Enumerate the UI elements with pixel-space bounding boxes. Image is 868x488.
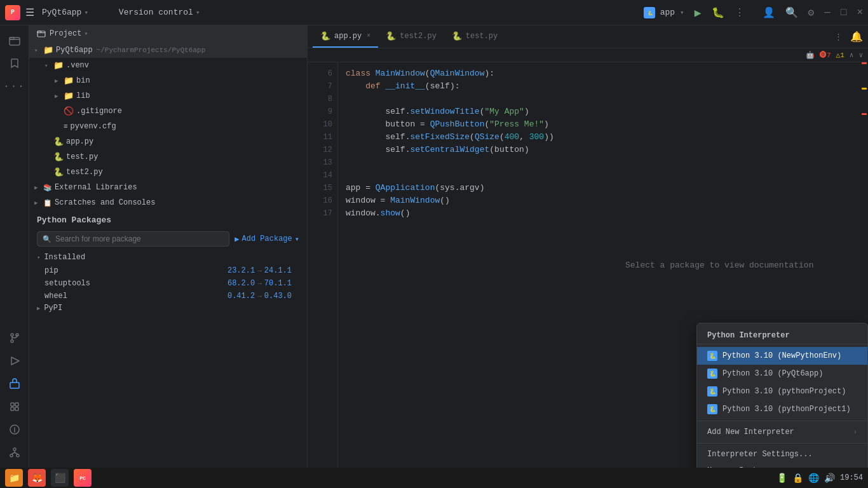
taskbar-folder-button[interactable]: 📁 [5, 469, 23, 487]
pkg-item-pip[interactable]: pip 23.2.1 → 24.1.1 [29, 264, 307, 277]
tree-arrow-venv: ▾ [44, 62, 51, 69]
project-panel: Project ▾ ▾ 📁 PyQt6app ~/PycharmProjects… [29, 25, 307, 210]
warning-count[interactable]: △1 [836, 51, 844, 59]
taskbar-icon-1: 🔋 [776, 473, 787, 484]
tree-item-apppy[interactable]: 🐍 app.py [29, 134, 307, 149]
tree-arrow-pyvenv [55, 123, 61, 130]
tree-item-name-scratches: Scratches and Consoles [55, 198, 155, 207]
taskbar-terminal-button[interactable]: ⬛ [51, 469, 69, 487]
package-search-input[interactable] [55, 234, 224, 243]
vcs-label[interactable]: Version control [119, 8, 193, 17]
code-line-12: self.setCentralWidget(button) [346, 144, 853, 156]
strip-icon-run[interactable] [4, 351, 25, 371]
tree-item-venv[interactable]: ▾ 📁 .venv [29, 58, 307, 73]
maximize-button[interactable]: □ [841, 7, 847, 18]
interpreter-label-pythonproject1: Python 3.10 (pythonProject1) [722, 405, 851, 414]
code-line-14 [346, 169, 853, 182]
tree-item-scratches[interactable]: ▶ 📋 Scratches and Consoles [29, 195, 307, 210]
tab-more-button[interactable]: ⋮ [834, 32, 843, 42]
debug-button[interactable]: 🐛 [712, 6, 724, 19]
tree-item-pyvenv[interactable]: ≡ pyvenv.cfg [29, 119, 307, 134]
strip-icon-info[interactable] [4, 419, 25, 440]
more-actions-button[interactable]: ⋮ [735, 6, 745, 19]
strip-icon-packages[interactable] [4, 374, 25, 394]
interpreter-option-newpythonenv[interactable]: 🐍 Python 3.10 (NewPythonEnv) [697, 347, 867, 365]
tree-item-gitignore[interactable]: 🚫 .gitignore [29, 104, 307, 119]
pkg-item-wheel[interactable]: wheel 0.41.2 → 0.43.0 [29, 290, 307, 302]
pkg-item-setuptools[interactable]: setuptools 68.2.0 → 70.1.1 [29, 277, 307, 290]
notification-bell[interactable]: 🔔 [850, 30, 863, 43]
folder-icon-bin: 📁 [64, 76, 74, 86]
manage-packages-button[interactable]: Manage Packages... [697, 463, 867, 468]
tab-testpy[interactable]: 🐍 test.py [444, 25, 505, 48]
error-count[interactable]: ⓿7 [820, 51, 831, 59]
pkg-version-wheel-from: 0.41.2 [227, 292, 255, 301]
add-new-interpreter-label: Add New Interpreter [707, 428, 794, 437]
package-list: pip 23.2.1 → 24.1.1 setuptools 68.2.0 → … [29, 264, 307, 468]
folder-icon-taskbar: 📁 [9, 473, 20, 484]
gutter-error-mark [862, 62, 867, 64]
tree-item-bin[interactable]: ▶ 📁 bin [29, 73, 307, 88]
pkg-arrow-wheel: → [257, 292, 262, 300]
strip-icon-plugins[interactable] [4, 396, 25, 417]
tab-close-apppy[interactable]: × [367, 32, 370, 39]
project-panel-header[interactable]: Project ▾ [29, 25, 307, 43]
taskbar-firefox-button[interactable]: 🦊 [28, 469, 46, 487]
strip-icon-bookmarks[interactable] [4, 53, 25, 74]
project-arrow: ▾ [84, 8, 88, 17]
run-button[interactable]: ▶ [695, 6, 702, 20]
pypi-item[interactable]: ▶ PyPI [29, 302, 307, 314]
tree-arrow-bin: ▶ [55, 78, 61, 85]
code-editor[interactable]: 6 7 8 9 10 11 12 13 14 15 16 17 class Ma… [308, 62, 868, 468]
taskbar-pycharm-button[interactable]: PC [74, 469, 92, 487]
tab-icon-apppy: 🐍 [320, 31, 330, 41]
taskbar-icon-3: 🌐 [808, 473, 819, 484]
package-search-box[interactable]: 🔍 [37, 231, 229, 247]
tab-test2py[interactable]: 🐍 test2.py [378, 25, 444, 48]
strip-icon-more[interactable]: ··· [4, 76, 25, 97]
interpreter-option-pythonproject1[interactable]: 🐍 Python 3.10 (pythonProject1) [697, 400, 867, 418]
file-icon-test2py: 🐍 [53, 167, 64, 177]
tab-label-testpy: test.py [466, 32, 498, 41]
interpreter-option-pyqt6app[interactable]: 🐍 Python 3.10 (PyQt6app) [697, 365, 867, 383]
installed-header[interactable]: ▾ Installed [29, 250, 307, 264]
run-config: 🐍 app ▾ [644, 7, 684, 18]
code-line-11: self.setFixedSize(QSize(400, 300)) [346, 131, 853, 144]
expand-btn[interactable]: ∧ [850, 51, 854, 59]
sidebar: Project ▾ ▾ 📁 PyQt6app ~/PycharmProjects… [29, 25, 308, 468]
tree-item-name-pyvenv: pyvenv.cfg [71, 122, 116, 131]
close-button[interactable]: × [857, 7, 863, 18]
gutter-warn-mark [862, 88, 867, 90]
window-controls: — □ × [824, 7, 863, 18]
file-icon-pyvenv: ≡ [64, 123, 68, 130]
interpreter-settings-button[interactable]: Interpreter Settings... [697, 446, 867, 463]
user-button[interactable]: 👤 [763, 6, 775, 19]
strip-icon-folder[interactable] [4, 30, 25, 51]
tree-item-test2py[interactable]: 🐍 test2.py [29, 165, 307, 180]
file-icon-apppy: 🐍 [53, 137, 64, 147]
strip-icon-vcs[interactable] [4, 442, 25, 463]
main-area: ··· Project ▾ [0, 25, 868, 468]
pkg-version-wheel-to: 0.43.0 [264, 292, 292, 301]
settings-button[interactable]: ⚙ [808, 6, 815, 19]
tab-apppy[interactable]: 🐍 app.py × [313, 25, 378, 48]
tree-item-name-root: PyQt6app [56, 46, 93, 55]
add-package-label: Add Package [242, 234, 292, 243]
pkg-name-pip: pip [44, 266, 227, 275]
search-button[interactable]: 🔍 [785, 6, 798, 19]
tree-item-lib[interactable]: ▶ 📁 lib [29, 88, 307, 104]
tab-label-apppy: app.py [334, 32, 362, 41]
hamburger-menu[interactable]: ☰ [25, 6, 34, 19]
add-new-interpreter-button[interactable]: Add New Interpreter › [697, 424, 867, 440]
collapse-btn[interactable]: ∨ [858, 51, 863, 59]
strip-icon-git[interactable] [4, 328, 25, 348]
dropdown-separator-1 [697, 421, 867, 421]
add-package-button[interactable]: ▶ Add Package ▾ [234, 234, 299, 244]
tree-item-root[interactable]: ▾ 📁 PyQt6app ~/PycharmProjects/PyQt6app [29, 43, 307, 58]
minimize-button[interactable]: — [824, 7, 831, 18]
interpreter-option-pythonproject[interactable]: 🐍 Python 3.10 (pythonProject) [697, 383, 867, 400]
py-icon-newpythonenv: 🐍 [707, 351, 717, 361]
tree-item-extlibs[interactable]: ▶ 📚 External Libraries [29, 180, 307, 195]
package-search-row: 🔍 ▶ Add Package ▾ [29, 229, 307, 250]
tree-item-testpy[interactable]: 🐍 test.py [29, 149, 307, 165]
